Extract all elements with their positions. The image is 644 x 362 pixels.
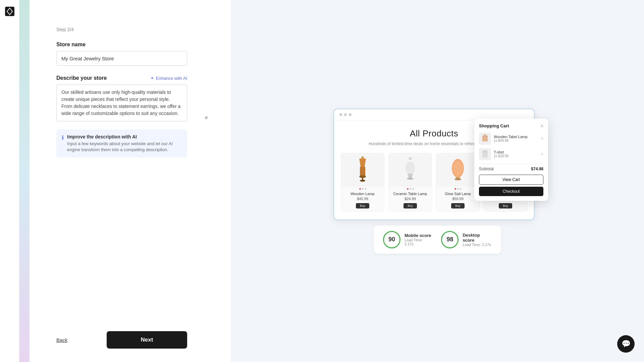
product-image — [341, 153, 384, 187]
cart-close-button[interactable]: × — [541, 123, 543, 129]
cart-item: Wooden Tabel Lamp 1x $44.99 × — [479, 133, 543, 145]
cart-item-info: T-shirt 1x $29.99 — [494, 150, 538, 158]
description-wrapper: Our skilled artisans use only high-quali… — [56, 84, 211, 123]
product-dot — [412, 188, 414, 190]
desktop-score-item: 98 Desktop score Load Time: 2.17s — [441, 231, 492, 248]
cart-divider — [479, 164, 543, 164]
cart-item-image — [479, 133, 491, 145]
product-dot — [407, 188, 409, 190]
cart-subtotal: Subtotal $74.98 — [479, 167, 543, 171]
product-dots — [341, 187, 384, 191]
product-dot — [362, 188, 364, 190]
product-dot — [410, 188, 411, 190]
product-name: Glow Salt Lamp — [436, 191, 479, 196]
desktop-score-circle: 98 — [441, 231, 459, 248]
mobile-score-item: 90 Mobile score Load Time: 2.17s — [383, 231, 432, 248]
cart-item-name: T-shirt — [494, 150, 538, 154]
store-name-label: Store name — [56, 42, 211, 48]
ai-hint-title: Improve the description with AI — [67, 134, 182, 139]
cart-item-qty: 1x $29.99 — [494, 154, 538, 158]
svg-rect-2 — [484, 134, 486, 135]
preview-panel: Shopping Cart × Wooden Tabel Lamp — [231, 0, 644, 362]
svg-rect-13 — [409, 157, 412, 160]
svg-rect-9 — [360, 167, 365, 177]
product-name: Wooden Lamp — [341, 191, 384, 196]
score-card: 90 Mobile score Load Time: 2.17s 98 Desk… — [374, 226, 501, 254]
back-button[interactable]: Back — [56, 337, 67, 343]
form-panel: Step 2/4 Store name Describe your store … — [30, 0, 231, 362]
shopping-cart-overlay: Shopping Cart × Wooden Tabel Lamp — [474, 119, 548, 201]
cart-title: Shopping Cart — [479, 123, 509, 128]
desktop-score-info: Desktop score Load Time: 2.17s — [463, 233, 492, 247]
svg-marker-8 — [359, 159, 366, 167]
cart-item-name: Wooden Tabel Lamp — [494, 135, 538, 139]
product-dot — [365, 188, 366, 190]
svg-point-12 — [360, 180, 365, 182]
product-price: $45.99 — [341, 196, 384, 201]
product-dot — [457, 188, 459, 190]
buy-button[interactable]: Buy — [499, 203, 512, 208]
svg-point-14 — [406, 162, 415, 175]
buy-button[interactable]: Buy — [404, 203, 417, 208]
ai-hint-desc: Input a few keywords about your website … — [67, 141, 182, 153]
logo-icon — [4, 5, 16, 17]
mobile-score-subtitle: Load Time: 2.17s — [405, 238, 432, 246]
product-price: $59.99 — [436, 196, 479, 201]
sparkle-icon: ✦ — [150, 75, 154, 81]
cart-header: Shopping Cart × — [479, 123, 543, 129]
product-dot — [460, 188, 462, 190]
mobile-score-circle: 90 — [383, 231, 400, 248]
buy-button[interactable]: Buy — [451, 203, 465, 208]
svg-point-17 — [407, 178, 414, 180]
browser-dot — [344, 113, 347, 116]
product-image — [389, 153, 432, 187]
product-dot — [454, 188, 456, 190]
svg-point-21 — [454, 178, 461, 180]
svg-rect-7 — [361, 157, 364, 159]
sidebar — [0, 0, 19, 362]
buy-button[interactable]: Buy — [356, 203, 369, 208]
browser-dot — [339, 113, 342, 116]
product-name: Ceramic Table Lamp — [389, 191, 432, 196]
svg-rect-4 — [484, 137, 486, 141]
enhance-with-ai-button[interactable]: ✦ Enhance with AI — [150, 75, 187, 81]
enhance-label: Enhance with AI — [156, 76, 187, 81]
desktop-score-title: Desktop score — [463, 233, 492, 243]
svg-rect-5 — [482, 150, 488, 158]
describe-label: Describe your store — [56, 75, 107, 81]
svg-rect-6 — [483, 152, 487, 152]
chat-icon: 💬 — [622, 340, 631, 348]
subtotal-label: Subtotal — [479, 167, 494, 171]
cart-item-info: Wooden Tabel Lamp 1x $44.99 — [494, 135, 538, 142]
view-cart-button[interactable]: View Cart — [479, 175, 543, 185]
mobile-score-value: 90 — [388, 236, 395, 243]
cart-item: T-shirt 1x $29.99 × — [479, 148, 543, 160]
cart-item-remove-button[interactable]: × — [541, 136, 543, 141]
product-card: Ceramic Table Lamp $24.99 Buy — [388, 153, 432, 212]
description-textarea[interactable]: Our skilled artisans use only high-quali… — [56, 84, 187, 121]
store-preview-container: Shopping Cart × Wooden Tabel Lamp — [333, 109, 541, 220]
product-card: Glow Salt Lamp $59.99 Buy — [436, 153, 480, 212]
chat-button[interactable]: 💬 — [617, 335, 635, 353]
left-accent-bar — [19, 0, 30, 362]
mobile-score-info: Mobile score Load Time: 2.17s — [405, 233, 432, 246]
desktop-score-value: 98 — [446, 236, 453, 243]
next-button[interactable]: Next — [107, 331, 187, 349]
info-icon: ℹ — [62, 134, 64, 141]
ai-hint-box: ℹ Improve the description with AI Input … — [56, 129, 187, 158]
product-dots — [389, 187, 432, 191]
product-dot — [359, 188, 361, 190]
ai-hint-content: Improve the description with AI Input a … — [67, 134, 182, 153]
product-image — [436, 153, 479, 187]
form-footer: Back Next — [56, 331, 187, 349]
checkout-button[interactable]: Checkout — [479, 187, 543, 196]
step-label: Step 2/4 — [56, 27, 211, 32]
cart-item-remove-button[interactable]: × — [541, 152, 543, 157]
char-counter: ⊕ — [205, 115, 208, 120]
store-name-input[interactable] — [56, 51, 187, 66]
product-card: Wooden Lamp $45.99 Buy — [341, 153, 384, 212]
cart-item-image — [479, 148, 491, 160]
product-dots — [436, 187, 479, 191]
mobile-score-title: Mobile score — [405, 233, 432, 238]
svg-point-19 — [453, 161, 463, 176]
